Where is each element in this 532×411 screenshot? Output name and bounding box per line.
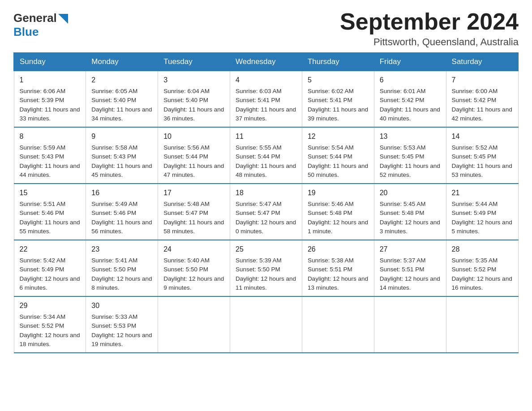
day-header-monday: Monday bbox=[86, 53, 158, 71]
day-number: 14 bbox=[452, 131, 513, 142]
calendar-cell: 12Sunrise: 5:54 AMSunset: 5:44 PMDayligh… bbox=[302, 127, 374, 184]
day-number: 12 bbox=[308, 131, 369, 142]
day-header-friday: Friday bbox=[374, 53, 446, 71]
calendar-cell: 3Sunrise: 6:04 AMSunset: 5:40 PMDaylight… bbox=[158, 71, 230, 128]
day-info: Sunrise: 6:05 AMSunset: 5:40 PMDaylight:… bbox=[91, 88, 152, 122]
calendar-table: SundayMondayTuesdayWednesdayThursdayFrid… bbox=[13, 52, 519, 353]
calendar-cell: 24Sunrise: 5:40 AMSunset: 5:50 PMDayligh… bbox=[158, 240, 230, 296]
calendar-cell: 7Sunrise: 6:00 AMSunset: 5:42 PMDaylight… bbox=[446, 71, 518, 128]
day-info: Sunrise: 6:06 AMSunset: 5:39 PMDaylight:… bbox=[20, 88, 80, 122]
day-info: Sunrise: 5:52 AMSunset: 5:45 PMDaylight:… bbox=[452, 144, 512, 178]
day-info: Sunrise: 5:44 AMSunset: 5:49 PMDaylight:… bbox=[452, 201, 512, 235]
day-info: Sunrise: 5:34 AMSunset: 5:52 PMDaylight:… bbox=[20, 313, 80, 347]
day-info: Sunrise: 5:47 AMSunset: 5:47 PMDaylight:… bbox=[236, 201, 296, 235]
calendar-cell: 22Sunrise: 5:42 AMSunset: 5:49 PMDayligh… bbox=[14, 240, 86, 296]
day-info: Sunrise: 5:45 AMSunset: 5:48 PMDaylight:… bbox=[380, 201, 440, 235]
page-header: General Blue September 2024 Pittsworth, … bbox=[13, 9, 519, 48]
calendar-cell: 17Sunrise: 5:48 AMSunset: 5:47 PMDayligh… bbox=[158, 184, 230, 240]
day-header-tuesday: Tuesday bbox=[158, 53, 230, 71]
week-row-2: 8Sunrise: 5:59 AMSunset: 5:43 PMDaylight… bbox=[14, 127, 518, 184]
day-number: 26 bbox=[308, 244, 369, 255]
day-number: 13 bbox=[380, 131, 441, 142]
week-row-4: 22Sunrise: 5:42 AMSunset: 5:49 PMDayligh… bbox=[14, 240, 518, 296]
calendar-cell bbox=[230, 296, 302, 353]
day-info: Sunrise: 5:46 AMSunset: 5:48 PMDaylight:… bbox=[308, 201, 368, 235]
calendar-cell: 4Sunrise: 6:03 AMSunset: 5:41 PMDaylight… bbox=[230, 71, 302, 128]
day-number: 4 bbox=[236, 75, 296, 86]
day-info: Sunrise: 5:54 AMSunset: 5:44 PMDaylight:… bbox=[308, 144, 368, 178]
calendar-cell: 23Sunrise: 5:41 AMSunset: 5:50 PMDayligh… bbox=[86, 240, 158, 296]
day-number: 22 bbox=[20, 244, 81, 255]
day-number: 20 bbox=[380, 188, 441, 198]
location-subtitle: Pittsworth, Queensland, Australia bbox=[340, 36, 519, 48]
day-info: Sunrise: 6:00 AMSunset: 5:42 PMDaylight:… bbox=[452, 88, 512, 122]
calendar-cell: 2Sunrise: 6:05 AMSunset: 5:40 PMDaylight… bbox=[86, 71, 158, 128]
calendar-cell bbox=[158, 296, 230, 353]
calendar-cell: 14Sunrise: 5:52 AMSunset: 5:45 PMDayligh… bbox=[446, 127, 518, 184]
calendar-cell: 26Sunrise: 5:38 AMSunset: 5:51 PMDayligh… bbox=[302, 240, 374, 296]
day-header-thursday: Thursday bbox=[302, 53, 374, 71]
day-number: 17 bbox=[163, 188, 224, 198]
calendar-cell: 18Sunrise: 5:47 AMSunset: 5:47 PMDayligh… bbox=[230, 184, 302, 240]
calendar-cell: 10Sunrise: 5:56 AMSunset: 5:44 PMDayligh… bbox=[158, 127, 230, 184]
calendar-cell: 5Sunrise: 6:02 AMSunset: 5:41 PMDaylight… bbox=[302, 71, 374, 128]
day-header-wednesday: Wednesday bbox=[230, 53, 302, 71]
day-header-saturday: Saturday bbox=[446, 53, 518, 71]
day-info: Sunrise: 5:48 AMSunset: 5:47 PMDaylight:… bbox=[163, 201, 224, 235]
day-number: 2 bbox=[91, 75, 152, 86]
day-number: 29 bbox=[20, 300, 81, 311]
day-number: 1 bbox=[20, 75, 81, 86]
calendar-cell: 13Sunrise: 5:53 AMSunset: 5:45 PMDayligh… bbox=[374, 127, 446, 184]
calendar-cell: 20Sunrise: 5:45 AMSunset: 5:48 PMDayligh… bbox=[374, 184, 446, 240]
calendar-cell: 1Sunrise: 6:06 AMSunset: 5:39 PMDaylight… bbox=[14, 71, 86, 128]
calendar-cell: 21Sunrise: 5:44 AMSunset: 5:49 PMDayligh… bbox=[446, 184, 518, 240]
day-number: 5 bbox=[308, 75, 369, 86]
week-row-3: 15Sunrise: 5:51 AMSunset: 5:46 PMDayligh… bbox=[14, 184, 518, 240]
day-number: 28 bbox=[452, 244, 513, 255]
calendar-cell bbox=[374, 296, 446, 353]
calendar-cell: 15Sunrise: 5:51 AMSunset: 5:46 PMDayligh… bbox=[14, 184, 86, 240]
week-row-1: 1Sunrise: 6:06 AMSunset: 5:39 PMDaylight… bbox=[14, 71, 518, 128]
day-number: 15 bbox=[20, 188, 81, 198]
day-info: Sunrise: 5:35 AMSunset: 5:52 PMDaylight:… bbox=[452, 257, 512, 291]
calendar-cell: 8Sunrise: 5:59 AMSunset: 5:43 PMDaylight… bbox=[14, 127, 86, 184]
day-info: Sunrise: 5:55 AMSunset: 5:44 PMDaylight:… bbox=[236, 144, 296, 178]
calendar-cell: 11Sunrise: 5:55 AMSunset: 5:44 PMDayligh… bbox=[230, 127, 302, 184]
calendar-cell: 9Sunrise: 5:58 AMSunset: 5:43 PMDaylight… bbox=[86, 127, 158, 184]
day-number: 16 bbox=[91, 188, 152, 198]
calendar-cell bbox=[446, 296, 518, 353]
day-number: 6 bbox=[380, 75, 441, 86]
day-info: Sunrise: 5:49 AMSunset: 5:46 PMDaylight:… bbox=[91, 201, 152, 235]
logo-triangle-icon bbox=[58, 14, 68, 24]
logo-blue-text: Blue bbox=[13, 25, 39, 39]
day-info: Sunrise: 5:33 AMSunset: 5:53 PMDaylight:… bbox=[91, 313, 152, 347]
day-number: 27 bbox=[380, 244, 441, 255]
calendar-cell: 27Sunrise: 5:37 AMSunset: 5:51 PMDayligh… bbox=[374, 240, 446, 296]
calendar-cell: 19Sunrise: 5:46 AMSunset: 5:48 PMDayligh… bbox=[302, 184, 374, 240]
day-number: 19 bbox=[308, 188, 369, 198]
calendar-cell: 25Sunrise: 5:39 AMSunset: 5:50 PMDayligh… bbox=[230, 240, 302, 296]
day-info: Sunrise: 6:02 AMSunset: 5:41 PMDaylight:… bbox=[308, 88, 368, 122]
day-number: 18 bbox=[236, 188, 296, 198]
svg-marker-0 bbox=[58, 14, 68, 24]
day-header-sunday: Sunday bbox=[14, 53, 86, 71]
day-info: Sunrise: 5:51 AMSunset: 5:46 PMDaylight:… bbox=[20, 201, 80, 235]
day-number: 9 bbox=[91, 131, 152, 142]
day-info: Sunrise: 5:37 AMSunset: 5:51 PMDaylight:… bbox=[380, 257, 440, 291]
month-year-title: September 2024 bbox=[340, 9, 519, 34]
day-info: Sunrise: 6:04 AMSunset: 5:40 PMDaylight:… bbox=[163, 88, 224, 122]
logo: General Blue bbox=[13, 9, 68, 39]
day-number: 24 bbox=[163, 244, 224, 255]
logo-general-text: General bbox=[13, 11, 57, 25]
calendar-cell: 29Sunrise: 5:34 AMSunset: 5:52 PMDayligh… bbox=[14, 296, 86, 353]
day-number: 8 bbox=[20, 131, 81, 142]
day-info: Sunrise: 5:42 AMSunset: 5:49 PMDaylight:… bbox=[20, 257, 80, 291]
day-number: 21 bbox=[452, 188, 513, 198]
day-info: Sunrise: 5:58 AMSunset: 5:43 PMDaylight:… bbox=[91, 144, 152, 178]
calendar-cell: 16Sunrise: 5:49 AMSunset: 5:46 PMDayligh… bbox=[86, 184, 158, 240]
day-info: Sunrise: 5:41 AMSunset: 5:50 PMDaylight:… bbox=[91, 257, 152, 291]
day-info: Sunrise: 6:03 AMSunset: 5:41 PMDaylight:… bbox=[236, 88, 296, 122]
day-info: Sunrise: 5:39 AMSunset: 5:50 PMDaylight:… bbox=[236, 257, 296, 291]
day-number: 3 bbox=[163, 75, 224, 86]
title-section: September 2024 Pittsworth, Queensland, A… bbox=[340, 9, 519, 48]
